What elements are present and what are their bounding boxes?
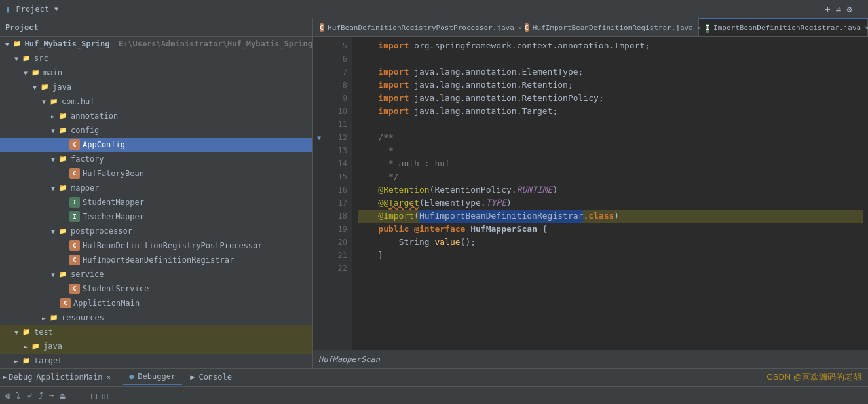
debug-btn-run-cursor[interactable]: ➙ [48,390,54,401]
tab-label-importbean: ImportBeanDefinitionRegistrar.java [713,24,861,32]
debug-btn-frames[interactable]: ◫ [91,390,96,401]
sidebar-item-hufbeandef[interactable]: ► C HufBeanDefinitionRegistryPostProcess… [0,238,312,253]
watermark: CSDN @喜欢编码的老胡 [766,371,861,383]
factory-folder-icon: 📁 [58,154,68,164]
arrow-java: ▼ [30,84,39,91]
debugger-icon: ● [129,372,134,381]
debug-app-close[interactable]: × [107,373,111,382]
debug-icon: ► [3,373,7,382]
add-icon[interactable]: + [825,4,830,14]
gutter-line-19 [314,223,324,236]
gutter-line-11 [314,118,324,131]
debug-btn-step-over[interactable]: ⤵ [16,390,20,401]
class-icon-studentservice: C [69,284,80,294]
package-icon: 📁 [48,96,59,107]
arrow-main: ▼ [21,69,30,77]
code-line-12: /** [358,131,863,144]
tab-label-hufimport: HufImportBeanDefinitionRegistrar.java [533,24,693,32]
app-container: ▮ Project ▼ + ⇄ ⚙ – Project ▼ 📁 H [0,0,868,404]
tab-importbean[interactable]: I ImportBeanDefinitionRegistrar.java × [699,18,868,37]
interface-icon-teachermapper: I [69,211,80,222]
sidebar-item-mapper[interactable]: ▼ 📁 mapper [0,181,312,195]
top-bar-title: Project [16,5,49,14]
gutter-line-12: ▼ [314,131,324,144]
debug-toolbar: ⚙ ⤵ ⤶ ⤴ ➙ ⏏ ◫ ◫ [0,387,868,405]
fold-marker-12[interactable]: ▼ [317,134,321,141]
sidebar-item-main[interactable]: ▼ 📁 main [0,65,312,80]
sidebar-item-comhuf[interactable]: ▼ 📁 com.huf [0,94,312,109]
sidebar-tree: ▼ 📁 Huf_Mybatis_Spring E:\Users\Administ… [0,37,312,368]
gutter-line-15 [314,170,324,183]
sidebar-item-teachermapper[interactable]: ► I TeacherMapper [0,210,312,224]
target-folder-icon: 📁 [21,356,31,366]
sync-icon[interactable]: ⇄ [836,4,841,14]
code-line-14: * auth : huf [358,157,863,170]
gutter-line-17 [314,196,324,210]
code-line-20: String value(); [358,236,863,249]
arrow-resources: ► [39,314,48,321]
sidebar-item-java[interactable]: ▼ 📁 java [0,80,312,94]
sidebar-item-factory[interactable]: ▼ 📁 factory [0,152,312,166]
main-area: Project ▼ 📁 Huf_Mybatis_Spring E:\Users\… [0,18,868,368]
tab-hufimport[interactable]: C HufImportBeanDefinitionRegistrar.java … [518,18,699,37]
tab-close-hufimport[interactable]: × [697,24,702,32]
sidebar-item-hufimport[interactable]: ► C HufImportBeanDefinitionRegistrar [0,253,312,267]
sidebar-item-studentservice[interactable]: ► C StudentService [0,282,312,296]
top-bar: ▮ Project ▼ + ⇄ ⚙ – [0,0,868,18]
sidebar-item-config[interactable]: ▼ 📁 config [0,123,312,138]
main-folder-icon: 📁 [30,67,41,78]
debug-tab-console[interactable]: ▶ Console [183,369,238,385]
test-java-folder-icon: 📁 [30,341,41,352]
sidebar-item-appconfig[interactable]: ► C AppConfig [0,138,312,152]
sidebar-item-huffatorybean[interactable]: ► C HufFatoryBean [0,166,312,181]
top-bar-icons: + ⇄ ⚙ – [825,4,863,14]
arrow-annotation: ► [48,113,58,120]
sidebar-item-applictionmain[interactable]: ► C ApplictionMain [0,296,312,310]
gutter-line-18 [314,210,324,223]
arrow-mapper: ▼ [48,185,58,192]
gutter: ▼ [313,37,325,350]
sidebar-item-src[interactable]: ▼ 📁 src [0,51,312,65]
debug-tab-debugger[interactable]: ● Debugger [123,369,182,385]
arrow-comhuf: ▼ [39,98,48,105]
debug-btn-step-out[interactable]: ⤴ [39,390,43,401]
tab-hufbeandef[interactable]: C HufBeanDefinitionRegistryPostProcessor… [313,18,518,37]
annotation-folder-icon: 📁 [58,111,68,121]
gutter-line-13 [314,144,324,157]
code-content[interactable]: import org.springframework.context.annot… [352,37,868,350]
line-numbers: 5 6 7 8 9 10 11 12 13 14 15 16 17 18 19 … [325,37,352,350]
gutter-line-6 [314,52,324,65]
sidebar-item-test-java[interactable]: ► 📁 java [0,339,312,354]
sidebar-item-test[interactable]: ▼ 📁 test [0,325,312,339]
code-line-18: @Import(HufImportBeanDefinitionRegistrar… [358,210,863,223]
debug-btn-restore[interactable]: ◫ [102,390,107,401]
project-name: Huf_Mybatis_Spring E:\Users\Administrato… [25,39,313,48]
sidebar-item-service[interactable]: ▼ 📁 service [0,267,312,282]
code-line-15: */ [358,170,863,183]
sidebar-item-resources[interactable]: ► 📁 resources [0,310,312,325]
minimize-icon[interactable]: – [858,4,863,14]
class-icon-hufimport: C [69,255,80,265]
code-line-7: import java.lang.annotation.ElementType; [358,65,863,79]
debug-btn-step-into[interactable]: ⤶ [26,390,33,401]
sidebar: Project ▼ 📁 Huf_Mybatis_Spring E:\Users\… [0,18,313,368]
gutter-line-16 [314,183,324,196]
top-bar-dropdown[interactable]: ▼ [54,5,58,12]
arrow-test: ▼ [12,329,21,336]
sidebar-item-annotation[interactable]: ► 📁 annotation [0,109,312,123]
debug-label: Debug [9,373,32,382]
sidebar-item-postprocessor[interactable]: ▼ 📁 postprocessor [0,224,312,238]
gutter-line-14 [314,157,324,170]
sidebar-item-studentmapper[interactable]: ► I StudentMapper [0,195,312,210]
sidebar-item-project[interactable]: ▼ 📁 Huf_Mybatis_Spring E:\Users\Administ… [0,37,312,51]
settings-icon[interactable]: ⚙ [846,4,852,14]
project-icon: ▮ [5,4,10,14]
debug-btn-evaluate[interactable]: ⏏ [60,390,65,401]
tab-bar: C HufBeanDefinitionRegistryPostProcessor… [313,18,868,37]
sidebar-item-target[interactable]: ► 📁 target [0,354,312,368]
debug-btn-settings[interactable]: ⚙ [5,390,10,401]
interface-icon-studentmapper: I [69,197,80,208]
tab-close-importbean[interactable]: × [865,24,868,32]
arrow-src: ▼ [12,55,21,62]
tab-close-hufbeandef[interactable]: × [518,24,523,32]
